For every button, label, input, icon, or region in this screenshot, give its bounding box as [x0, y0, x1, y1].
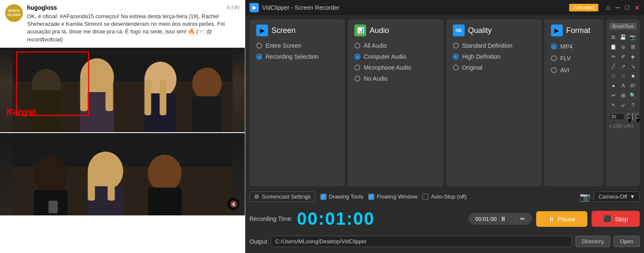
mp4-radio[interactable] — [551, 44, 557, 49]
tool-rect[interactable]: □ — [609, 72, 618, 80]
mp4-option[interactable]: MP4 — [551, 43, 597, 50]
tool-screenshot[interactable]: 📷 — [629, 33, 637, 41]
flv-option[interactable]: FLV — [551, 55, 597, 62]
close-button[interactable]: ✕ — [634, 4, 640, 12]
tool-select[interactable]: ↙ — [619, 101, 628, 109]
stop-button[interactable]: ⬛ Stop — [592, 211, 640, 227]
app-icon: ▶ — [249, 3, 259, 12]
audio-panel-header: 📊 Audio — [354, 24, 436, 36]
avi-option[interactable]: AVI — [551, 67, 597, 73]
quality-panel-header: HD Quality — [453, 24, 535, 36]
stop-icon: ⬛ — [603, 215, 611, 223]
tool-pencil[interactable]: ✐ — [619, 52, 628, 61]
standard-definition-radio[interactable] — [453, 43, 459, 49]
auto-stop-checkbox[interactable]: Auto-Stop (off) — [422, 193, 466, 200]
tool-line[interactable]: ╱ — [609, 62, 618, 71]
pause-mini-icon[interactable]: ⏸ — [500, 215, 506, 222]
vidclipper-panel: ▶ VidClipper - Screen Recorder Activated… — [245, 0, 644, 253]
floating-window-check[interactable]: ✓ — [368, 194, 374, 200]
screen-panel-title: Screen — [271, 26, 296, 35]
auto-stop-check[interactable] — [422, 194, 428, 200]
original-radio[interactable] — [453, 65, 459, 71]
svg-point-12 — [192, 68, 222, 100]
recording-selection-option[interactable]: Recording Selection — [256, 53, 338, 60]
color-picker[interactable] — [632, 113, 633, 120]
post-username[interactable]: hugogloss — [27, 4, 240, 11]
standard-definition-option[interactable]: Standard Definition — [453, 42, 535, 49]
tool-text-style[interactable]: Aᵃ — [629, 82, 637, 90]
size-up[interactable]: ▲ — [626, 113, 630, 116]
pause-button[interactable]: ⏸ Pause — [536, 211, 588, 227]
high-definition-radio[interactable] — [453, 54, 459, 60]
color-up[interactable]: ▲ — [635, 113, 639, 116]
tool-pen[interactable]: ✏ — [609, 52, 618, 61]
entire-screen-radio[interactable] — [256, 43, 262, 49]
tool-text[interactable]: A — [619, 82, 628, 90]
size-down[interactable]: ▼ — [626, 117, 630, 120]
directory-button[interactable]: Directory — [575, 236, 610, 247]
tool-help[interactable]: ? — [629, 101, 637, 109]
tool-table[interactable]: ⊞ — [619, 91, 628, 100]
drawing-tools-check[interactable]: ✓ — [321, 194, 326, 200]
tool-undo[interactable]: ↩ — [609, 91, 618, 100]
flv-radio[interactable] — [551, 55, 557, 61]
recording-label: Recording Time: — [249, 215, 293, 222]
quality-icon: HD — [453, 24, 465, 36]
open-button[interactable]: Open — [614, 236, 640, 247]
social-panel: HUGOGLOSS 6小时 hugogloss OK, é oficial: #… — [0, 0, 245, 253]
tool-save[interactable]: 💾 — [619, 33, 628, 41]
image-bottom: 🔇 — [0, 133, 245, 215]
all-audio-radio[interactable] — [354, 43, 360, 49]
home-button[interactable]: ⌂ — [606, 4, 610, 12]
recording-row: Recording Time: 00:01:00 00:01:00 ⏸ ⬛ ✏ … — [249, 207, 640, 231]
avi-radio[interactable] — [551, 67, 557, 73]
screencast-settings-button[interactable]: ⚙ Screencast Settings — [249, 191, 315, 202]
title-bar: ▶ VidClipper - Screen Recorder Activated… — [245, 0, 644, 15]
tool-arrow2[interactable]: ↘ — [629, 62, 637, 71]
format-panel: ▶ Format MP4 FLV AVI — [544, 19, 603, 186]
no-audio-radio[interactable] — [354, 76, 360, 82]
microphone-audio-radio[interactable] — [354, 65, 360, 71]
tool-arrow[interactable]: ↗ — [619, 62, 628, 71]
computer-audio-option[interactable]: Computer Audio — [354, 53, 436, 60]
size-input[interactable] — [609, 113, 625, 120]
tool-copy[interactable]: ⧉ — [609, 33, 618, 41]
tool-clipboard[interactable]: 📋 — [609, 43, 618, 51]
recorder-area: ▶ Screen Entire Screen Recording Selecti… — [245, 15, 644, 253]
high-definition-option[interactable]: High Definition — [453, 53, 535, 60]
edit-mini-icon[interactable]: ✏ — [520, 215, 525, 222]
computer-audio-radio[interactable] — [354, 54, 360, 60]
minimize-button[interactable]: ─ — [615, 4, 620, 12]
tool-fill-rect[interactable]: ■ — [629, 72, 637, 80]
tool-ellipse[interactable]: ○ — [619, 72, 628, 80]
microphone-audio-option[interactable]: Microphone Audio — [354, 64, 436, 71]
tool-row-special: ▲ ▼ ▲ ▼ — [609, 113, 636, 120]
screen-panel-header: ▶ Screen — [256, 24, 338, 36]
tool-copy2[interactable]: ⧈ — [619, 43, 628, 51]
tool-cursor[interactable]: ↖ — [609, 101, 618, 109]
recording-selection-radio[interactable] — [256, 54, 262, 60]
camera-select[interactable]: Camera-Off ▼ — [594, 191, 640, 202]
maximize-button[interactable]: □ — [625, 4, 629, 12]
no-audio-option[interactable]: No Audio — [354, 75, 436, 82]
tool-circle-fill[interactable]: ● — [609, 82, 618, 90]
tool-grid[interactable]: ⊞ — [629, 43, 637, 51]
svg-rect-6 — [80, 77, 88, 111]
svg-point-17 — [34, 156, 68, 194]
output-path-input[interactable] — [271, 236, 572, 247]
stop-mini-icon[interactable]: ⬛ — [510, 215, 517, 222]
mute-icon[interactable]: 🔇 — [227, 198, 240, 210]
svg-rect-7 — [106, 77, 113, 111]
original-option[interactable]: Original — [453, 64, 535, 71]
tool-fill[interactable]: ◈ — [629, 52, 637, 61]
all-audio-option[interactable]: All Audio — [354, 42, 436, 49]
audio-panel-title: Audio — [370, 26, 389, 35]
post-text: OK, é oficial: #AFazenda15 começou! Na e… — [27, 13, 240, 44]
tool-search[interactable]: 🔍 — [629, 91, 637, 100]
entire-screen-option[interactable]: Entire Screen — [256, 42, 338, 49]
avatar: HUGOGLOSS — [5, 4, 23, 22]
floating-window-checkbox[interactable]: ✓ Floating Window — [368, 193, 417, 200]
color-down[interactable]: ▼ — [635, 117, 639, 120]
post-meta: 6小时 hugogloss OK, é oficial: #AFazenda15… — [27, 4, 240, 44]
drawing-tools-checkbox[interactable]: ✓ Drawing Tools — [321, 193, 363, 200]
